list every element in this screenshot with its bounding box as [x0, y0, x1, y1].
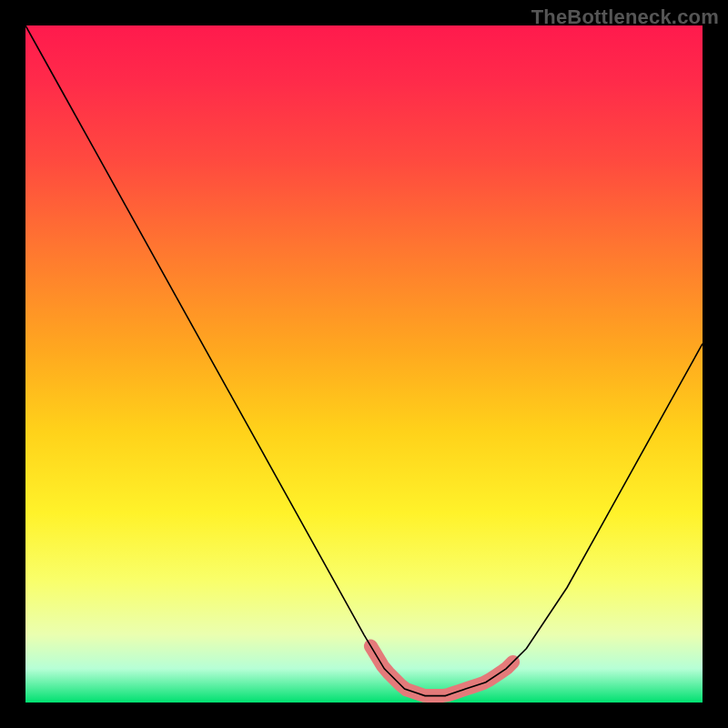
optimal-range-highlight [370, 646, 512, 696]
chart-frame: TheBottleneck.com [0, 0, 728, 728]
watermark-text: TheBottleneck.com [531, 5, 719, 29]
curve-svg [25, 25, 703, 703]
plot-area [25, 25, 703, 703]
bottleneck-curve [25, 25, 703, 696]
